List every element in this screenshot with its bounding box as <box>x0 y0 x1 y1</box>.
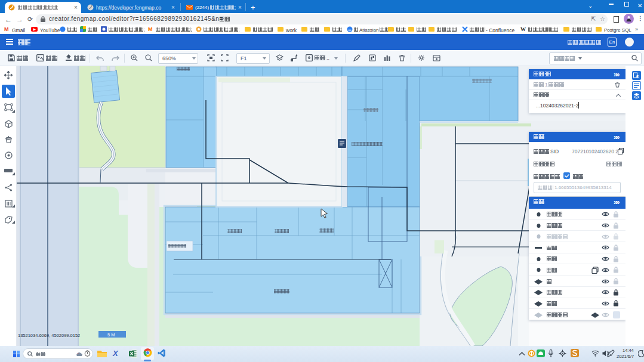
svg-text:5 M: 5 M <box>107 332 115 338</box>
svg-text:13521034.6069, 4502099.0152: 13521034.6069, 4502099.0152 <box>18 333 80 338</box>
